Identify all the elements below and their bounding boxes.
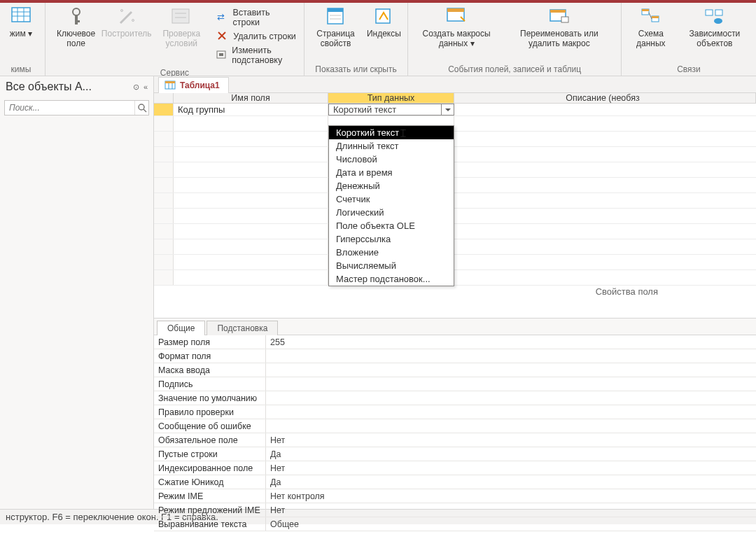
field-grid-row[interactable] bbox=[154, 162, 756, 178]
column-header-name[interactable]: Имя поля bbox=[174, 93, 328, 103]
property-row[interactable]: Значение по умолчанию bbox=[154, 391, 756, 405]
property-label: Режим IME bbox=[154, 489, 266, 503]
dropdown-item[interactable]: Вложение bbox=[329, 246, 454, 259]
key-icon bbox=[65, 6, 88, 28]
field-grid-row[interactable] bbox=[154, 147, 756, 162]
dropdown-item[interactable]: Мастер подстановок... bbox=[329, 272, 454, 286]
create-data-macros-button[interactable]: Создать макросы данных ▾ bbox=[414, 4, 499, 50]
property-value[interactable]: Нет контроля bbox=[266, 489, 756, 503]
properties-tab-general[interactable]: Общие bbox=[157, 321, 205, 335]
field-grid-row[interactable] bbox=[154, 193, 756, 209]
property-value[interactable] bbox=[266, 391, 756, 405]
properties-tab-lookup[interactable]: Подстановка bbox=[206, 321, 278, 335]
property-row[interactable]: Режим IMEНет контроля bbox=[154, 489, 756, 503]
field-grid-row[interactable] bbox=[154, 239, 756, 255]
property-row[interactable]: Подпись bbox=[154, 377, 756, 391]
column-header-type[interactable]: Тип данных bbox=[328, 93, 454, 103]
data-type-dropdown[interactable]: Короткий текст⌶Длинный текстЧисловойДата… bbox=[328, 125, 454, 286]
property-value[interactable] bbox=[266, 405, 756, 419]
row-selector-header[interactable] bbox=[154, 93, 174, 103]
svg-rect-6 bbox=[75, 15, 78, 24]
property-value[interactable] bbox=[266, 419, 756, 433]
dropdown-item[interactable]: Счетчик bbox=[329, 192, 454, 206]
insert-rows-button[interactable]: ⇄ Вставить строки bbox=[215, 7, 298, 28]
property-row[interactable]: Правило проверки bbox=[154, 405, 756, 419]
collapse-pane-icon[interactable]: « bbox=[144, 83, 148, 91]
property-value[interactable]: Общее bbox=[266, 517, 756, 531]
field-grid-row[interactable] bbox=[154, 116, 756, 132]
property-row[interactable]: Пустые строкиДа bbox=[154, 447, 756, 461]
nav-search-box[interactable] bbox=[4, 100, 149, 115]
delete-rows-button[interactable]: Удалить строки bbox=[215, 29, 298, 43]
row-selector[interactable] bbox=[154, 239, 174, 254]
field-name-cell[interactable]: Код группы bbox=[174, 104, 328, 115]
field-grid-row[interactable] bbox=[154, 132, 756, 147]
object-dependencies-button[interactable]: Зависимости объектов bbox=[679, 4, 750, 50]
object-tab[interactable]: Таблица1 bbox=[158, 77, 229, 93]
svg-rect-35 bbox=[715, 10, 722, 15]
property-value[interactable] bbox=[266, 349, 756, 363]
property-row[interactable]: Маска ввода bbox=[154, 363, 756, 377]
dropdown-item[interactable]: Логический bbox=[329, 206, 454, 219]
row-selector[interactable] bbox=[154, 162, 174, 177]
nav-pane-header[interactable]: Все объекты A... ⊙ « bbox=[0, 76, 153, 97]
data-type-cell[interactable]: Короткий текст bbox=[328, 104, 454, 115]
view-mode-button[interactable]: жим ▾ bbox=[3, 4, 39, 41]
row-selector[interactable] bbox=[154, 255, 174, 270]
row-selector[interactable] bbox=[154, 178, 174, 192]
row-selector[interactable] bbox=[154, 193, 174, 208]
dropdown-item[interactable]: Денежный bbox=[329, 179, 454, 192]
property-row[interactable]: Сообщение об ошибке bbox=[154, 419, 756, 433]
row-selector[interactable] bbox=[154, 104, 174, 115]
dropdown-item[interactable]: Гиперссылка bbox=[329, 232, 454, 246]
indexes-button[interactable]: Индексы bbox=[365, 4, 402, 41]
row-selector[interactable] bbox=[154, 224, 174, 239]
field-grid-row[interactable] bbox=[154, 270, 756, 286]
field-grid-row[interactable] bbox=[154, 255, 756, 270]
rename-delete-macro-button[interactable]: Переименовать или удалить макрос bbox=[503, 4, 615, 50]
dropdown-item[interactable]: Длинный текст bbox=[329, 139, 454, 153]
property-value[interactable] bbox=[266, 363, 756, 377]
description-cell[interactable] bbox=[454, 104, 756, 115]
property-value[interactable]: Да bbox=[266, 447, 756, 461]
property-value[interactable]: Нет bbox=[266, 461, 756, 475]
dropdown-item[interactable]: Числовой bbox=[329, 153, 454, 166]
property-value[interactable]: Да bbox=[266, 475, 756, 489]
property-row[interactable]: Обязательное полеНет bbox=[154, 433, 756, 447]
dropdown-item[interactable]: Дата и время bbox=[329, 166, 454, 179]
row-selector[interactable] bbox=[154, 209, 174, 223]
property-value[interactable]: Нет bbox=[266, 433, 756, 447]
row-selector[interactable] bbox=[154, 132, 174, 146]
dropdown-item[interactable]: Вычисляемый bbox=[329, 259, 454, 272]
search-icon[interactable] bbox=[134, 101, 148, 115]
field-grid-row[interactable] bbox=[154, 209, 756, 224]
property-row[interactable]: Выравнивание текстаОбщее bbox=[154, 517, 756, 531]
table-icon bbox=[164, 80, 176, 91]
field-grid-row[interactable] bbox=[154, 224, 756, 239]
macro-rename-icon bbox=[548, 6, 570, 28]
dropdown-item[interactable]: Короткий текст⌶ bbox=[329, 126, 454, 139]
search-input[interactable] bbox=[5, 103, 134, 113]
modify-lookup-button[interactable]: Изменить подстановку bbox=[215, 45, 298, 66]
property-row[interactable]: Режим предложений IMEНет bbox=[154, 503, 756, 517]
dropdown-item[interactable]: Поле объекта OLE bbox=[329, 219, 454, 232]
dropdown-button[interactable] bbox=[441, 104, 454, 115]
property-value[interactable] bbox=[266, 377, 756, 391]
svg-point-37 bbox=[139, 104, 144, 110]
row-selector[interactable] bbox=[154, 116, 174, 131]
property-label: Маска ввода bbox=[154, 363, 266, 377]
property-row[interactable]: Размер поля255 bbox=[154, 335, 756, 349]
property-row[interactable]: Формат поля bbox=[154, 349, 756, 363]
field-grid-row[interactable] bbox=[154, 178, 756, 193]
column-header-desc[interactable]: Описание (необяз bbox=[454, 93, 756, 103]
field-grid-row[interactable]: Код группы Короткий текст bbox=[154, 104, 756, 116]
property-value[interactable]: 255 bbox=[266, 335, 756, 349]
row-selector[interactable] bbox=[154, 147, 174, 162]
property-row[interactable]: Индексированное полеНет bbox=[154, 461, 756, 475]
row-selector[interactable] bbox=[154, 270, 174, 285]
property-sheet-button[interactable]: Страница свойств bbox=[310, 4, 362, 50]
relationships-button[interactable]: Схема данных bbox=[627, 4, 675, 50]
property-value[interactable]: Нет bbox=[266, 503, 756, 517]
property-row[interactable]: Сжатие ЮникодДа bbox=[154, 475, 756, 489]
primary-key-button[interactable]: Ключевое поле bbox=[51, 4, 101, 50]
